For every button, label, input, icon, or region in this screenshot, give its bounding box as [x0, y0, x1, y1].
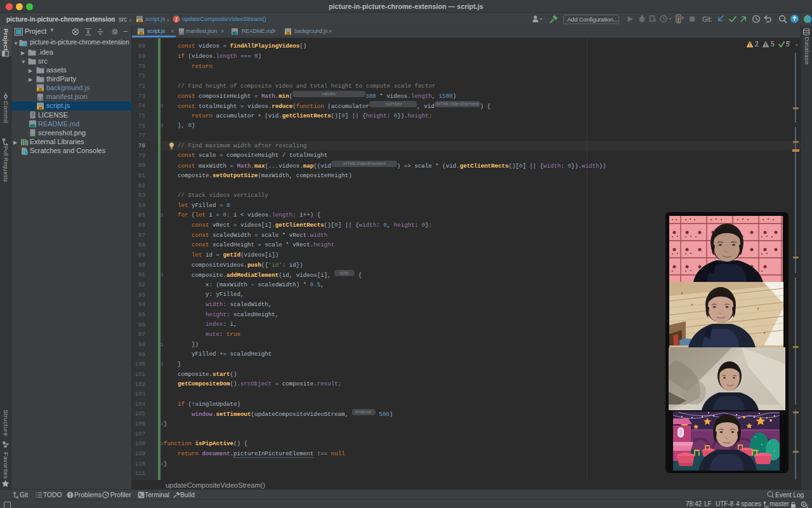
svg-text:{..}: {..} [37, 96, 43, 100]
svg-text:JS: JS [38, 88, 43, 91]
svg-text:{..}: {..} [179, 30, 184, 34]
svg-text:JS: JS [138, 19, 142, 23]
svg-text:JS: JS [286, 32, 290, 35]
svg-text:JS: JS [38, 105, 43, 109]
svg-text:JS: JS [139, 32, 143, 35]
svg-text:MD: MD [30, 124, 36, 128]
svg-text:MD: MD [232, 32, 237, 35]
